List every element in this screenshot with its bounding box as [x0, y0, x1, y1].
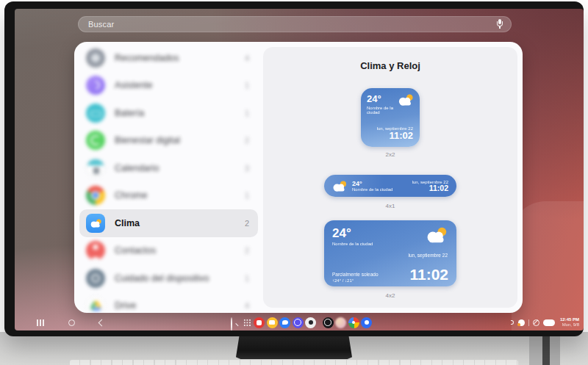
sidebar-item-label: Bienestar digital [115, 135, 180, 145]
sidebar-item-cuidado-del-dispositivo[interactable]: Cuidado del dispositivo 1 [79, 264, 258, 292]
clock-date: Mon, 9/8 [560, 322, 579, 328]
widget-temperature: 24° [367, 94, 398, 104]
tray-divider [528, 319, 529, 326]
widget-city: Nombre de la ciudad [352, 187, 392, 192]
sidebar-item-clima[interactable]: Clima 2 [79, 209, 258, 237]
cloud-sun-icon [332, 181, 347, 192]
sidebar-item-label: Chrome [115, 190, 147, 200]
sidebar-item-recomendados[interactable]: Recomendados 4 [79, 44, 258, 72]
settings-app-icon[interactable] [323, 317, 334, 328]
sidebar-item-label: Clima [115, 218, 140, 228]
widget-size-label: 4x2 [263, 292, 517, 299]
wall-band [529, 332, 542, 365]
sidebar-item-count: 4 [245, 301, 249, 310]
sidebar-item-drive[interactable]: Drive 4 [79, 292, 258, 314]
sidebar-item-asistente[interactable]: Asistente 1 [79, 72, 258, 100]
search-icon[interactable] [231, 318, 240, 327]
apps-grid-icon[interactable] [243, 319, 251, 326]
device-care-icon [86, 269, 105, 288]
weather-widget-4x2[interactable]: 24° Nombre de la ciudad lun, septiembre … [324, 220, 456, 286]
widget-picker-panel: Recomendados 4 Asistente 1 Batería 1 Bie… [74, 42, 523, 313]
volume-icon[interactable] [505, 319, 514, 326]
search-input[interactable]: Buscar [78, 16, 512, 32]
sidebar-item-count: 4 [245, 54, 249, 62]
sidebar-item-bateria[interactable]: Batería 1 [79, 99, 258, 127]
sidebar-item-count: 1 [245, 109, 249, 118]
sidebar-item-contactos[interactable]: Contactos 2 [79, 237, 258, 265]
taskbar-apps [231, 314, 372, 330]
blurred-app-icon[interactable] [335, 317, 346, 328]
widget-city: Nombre de la ciudad [367, 106, 398, 115]
widget-time: 11:02 [409, 266, 448, 283]
keyboard [70, 360, 518, 365]
sidebar-item-count: 1 [245, 274, 249, 283]
cloud-sun-icon [398, 94, 414, 106]
contacts-icon [86, 241, 105, 260]
chrome-icon [86, 186, 105, 205]
widget-temperature: 24° [352, 180, 392, 187]
weather-widget-4x1[interactable]: 24° Nombre de la ciudad lun, septiembre … [324, 175, 456, 197]
widget-preview-pane: Clima y Reloj 24° Nombre de la ciudad [263, 47, 517, 308]
clock-time: 12:45 PM [560, 317, 579, 322]
nav-buttons [37, 314, 104, 330]
sidebar-item-count: 2 [245, 246, 249, 255]
widget-condition: Parcialmente soleado [332, 272, 379, 277]
sidebar-item-label: Drive [115, 300, 136, 311]
weather-widget-2x2[interactable]: 24° Nombre de la ciudad [361, 88, 420, 147]
browser-app-icon[interactable] [293, 317, 304, 328]
search-placeholder: Buscar [88, 20, 495, 29]
internet-app-icon[interactable] [254, 317, 265, 328]
sidebar-item-count: 3 [245, 164, 249, 173]
widget-time: 11:02 [377, 131, 413, 141]
mail-app-icon[interactable] [361, 317, 372, 328]
dnd-icon[interactable] [533, 319, 539, 326]
battery-pill-icon[interactable] [543, 319, 555, 326]
wall-band [550, 332, 560, 365]
app-list: Recomendados 4 Asistente 1 Batería 1 Bie… [74, 44, 263, 313]
widget-date: lun, septiembre 22 [409, 253, 448, 258]
sidebar-item-count: 1 [245, 191, 249, 200]
photos-app-icon[interactable] [348, 317, 359, 328]
widget-date: lun, septiembre 22 [412, 180, 448, 184]
sidebar-item-count: 2 [245, 136, 249, 145]
camera-app-icon[interactable] [305, 317, 316, 328]
recents-icon[interactable] [37, 319, 44, 326]
back-icon[interactable] [98, 319, 106, 326]
notification-dot-icon[interactable] [518, 319, 525, 326]
cloud-sun-icon [90, 219, 102, 228]
battery-icon [86, 104, 105, 123]
sidebar-item-count: 2 [245, 219, 249, 228]
drive-icon [86, 296, 105, 313]
sidebar-item-chrome[interactable]: Chrome 1 [79, 182, 258, 210]
files-app-icon[interactable] [267, 317, 278, 328]
widget-time: 11:02 [412, 184, 448, 192]
wall-band [542, 332, 550, 365]
recommended-icon [86, 48, 105, 68]
widget-date: lun, septiembre 22 [377, 126, 413, 131]
sidebar-item-bienestar-digital[interactable]: Bienestar digital 2 [79, 127, 258, 155]
sidebar-item-calendario[interactable]: Calendario 3 [79, 154, 258, 182]
digital-wellbeing-icon [86, 131, 105, 150]
monitor-stand [236, 335, 352, 359]
taskbar-clock[interactable]: 12:45 PM Mon, 9/8 [560, 317, 579, 328]
assistant-icon [86, 76, 105, 95]
page-title: Clima y Reloj [263, 60, 517, 71]
messages-app-icon[interactable] [279, 317, 290, 328]
sidebar-item-label: Batería [115, 108, 144, 118]
home-icon[interactable] [68, 319, 75, 326]
sidebar-item-label: Contactos [115, 245, 156, 256]
microphone-icon[interactable] [495, 19, 504, 29]
screen-wallpaper: Buscar Recomendados 4 Asistente 1 [15, 9, 584, 330]
sidebar-item-count: 1 [245, 81, 249, 90]
sidebar-item-label: Asistente [115, 80, 152, 90]
widget-size-label: 4x1 [263, 203, 517, 209]
status-tray[interactable]: 12:45 PM Mon, 9/8 [505, 314, 579, 330]
calendar-icon [86, 159, 105, 178]
sidebar-item-label: Calendario [115, 163, 159, 173]
weather-icon [86, 214, 105, 233]
cloud-sun-icon [426, 227, 448, 243]
taskbar: 12:45 PM Mon, 9/8 [15, 314, 584, 330]
sidebar-item-label: Cuidado del dispositivo [115, 273, 209, 283]
monitor-bezel: Buscar Recomendados 4 Asistente 1 [4, 1, 584, 336]
widget-size-label: 2x2 [263, 151, 517, 158]
